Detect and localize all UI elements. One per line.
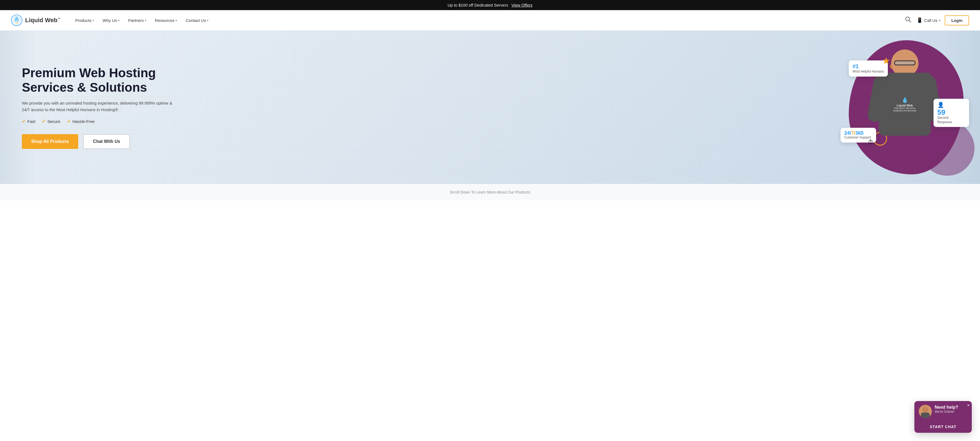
feature-secure: ✔ Secure <box>42 118 60 124</box>
nav-right: 📱 Call Us ▾ Login <box>904 15 969 26</box>
chevron-down-icon: ▾ <box>145 19 146 22</box>
person-torso: 💧 Liquid Web THE MOST HELPFUL HUMANS IN … <box>879 73 931 136</box>
nav-links: Products ▾ Why Us ▾ Partners ▾ Resources… <box>72 16 904 25</box>
person-glasses <box>894 61 915 66</box>
svg-line-5 <box>909 21 911 22</box>
shop-all-products-button[interactable]: Shop All Products <box>22 134 78 149</box>
chevron-down-icon: ▾ <box>175 19 177 22</box>
nav-item-why-us[interactable]: Why Us ▾ <box>99 16 123 25</box>
navbar: Liquid Web™ Products ▾ Why Us ▾ Partners… <box>0 10 980 31</box>
hero-subtitle: We provide you with an unrivaled hosting… <box>22 100 175 113</box>
top-banner: Up to $100 off Dedicated Servers View Of… <box>0 0 980 10</box>
bottom-scroll-hint: Scroll Down To Learn More About Our Prod… <box>0 184 980 200</box>
search-button[interactable] <box>904 15 912 25</box>
hero-buttons: Shop All Products Chat With Us <box>22 134 175 149</box>
chevron-down-icon: ▾ <box>939 19 940 22</box>
shirt-logo: 💧 Liquid Web THE MOST HELPFUL HUMANS IN … <box>891 97 918 112</box>
nav-item-contact-us[interactable]: Contact Us ▾ <box>182 16 212 25</box>
check-icon: ✔ <box>42 118 46 124</box>
banner-link[interactable]: View Offers <box>511 3 532 7</box>
chat-with-us-button[interactable]: Chat With Us <box>83 134 130 149</box>
hero-person: 💧 Liquid Web THE MOST HELPFUL HUMANS IN … <box>857 50 953 170</box>
logo-icon <box>11 14 22 26</box>
hero-content: Premium Web Hosting Services & Solutions… <box>0 49 197 166</box>
check-icon: ✔ <box>67 118 71 124</box>
hero-right-illustration: 💧 Liquid Web THE MOST HELPFUL HUMANS IN … <box>441 31 980 184</box>
svg-point-3 <box>16 17 17 18</box>
nav-item-partners[interactable]: Partners ▾ <box>124 16 150 25</box>
banner-text: Up to $100 off Dedicated Servers <box>448 3 508 7</box>
search-icon <box>905 16 911 22</box>
login-button[interactable]: Login <box>945 15 969 26</box>
hero-features: ✔ Fast ✔ Secure ✔ Hassle-Free <box>22 118 175 124</box>
hero-title: Premium Web Hosting Services & Solutions <box>22 66 175 95</box>
feature-fast: ✔ Fast <box>22 118 35 124</box>
badge-support: ⏱ 24/7/365 Customer Support <box>840 128 876 142</box>
badge-rank: #1 Most Helpful Humans <box>849 61 888 77</box>
chevron-down-icon: ▾ <box>207 19 208 22</box>
person-icon: 👤 <box>937 102 965 108</box>
chevron-down-icon: ▾ <box>118 19 119 22</box>
phone-icon: 📱 <box>916 17 923 23</box>
badge-response: 👤 59 Second Response <box>934 99 969 127</box>
logo-link[interactable]: Liquid Web™ <box>11 14 60 26</box>
hero-section: Premium Web Hosting Services & Solutions… <box>0 31 980 184</box>
clock-icon: ⏱ <box>868 139 873 145</box>
check-icon: ✔ <box>22 118 26 124</box>
nav-item-products[interactable]: Products ▾ <box>72 16 98 25</box>
nav-item-resources[interactable]: Resources ▾ <box>151 16 181 25</box>
feature-hassle-free: ✔ Hassle-Free <box>67 118 95 124</box>
call-us[interactable]: 📱 Call Us ▾ <box>916 17 940 23</box>
logo-text: Liquid Web™ <box>25 17 60 24</box>
chevron-down-icon: ▾ <box>92 19 94 22</box>
